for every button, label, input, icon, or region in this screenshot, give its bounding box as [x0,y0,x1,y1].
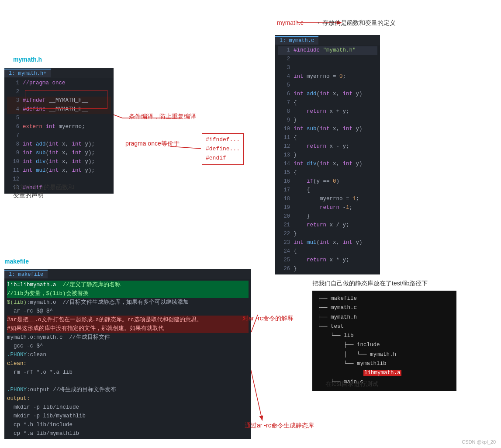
makefile-tab: 1: makefile [4,269,251,279]
mymath-h-panel: 1: mymath.h+ 1 //pragma once 2 3 #ifndef… [4,68,114,194]
ar-generate-annotation: 通过ar -rc命令生成静态库 [245,422,314,430]
watermark: CSDN @kpl_20 [462,439,496,445]
makefile-label: makefile [4,258,29,265]
header-annotation: 头文件存放的是函数和变量的声明 [13,184,74,199]
pragma-annotation: pragma once等价于 [125,140,180,148]
ar-explain-annotation: 对ar -rc命令的解释 [242,315,294,323]
mymath-h-label: mymath.h [13,56,42,63]
mymath-c-panel: 1: mymath.c 1 #include "mymath.h" 2 3 4 … [275,35,380,274]
mymath-c-tab: 1: mymath.c [275,35,380,45]
mymath-c-annotation: → 存放的是函数和变量的定义 [314,19,396,27]
makefile-panel: 1: makefile lib=libmymath.a //定义了静态库的名称 … [4,269,251,439]
mymath-c-label: mymath.c [277,19,304,26]
test-annotation: 在test目录进行测试 [325,380,378,388]
mymath-h-tab: 1: mymath.h+ [4,68,114,78]
ifndef-red-box [25,90,107,109]
file-tree-panel: ├── makefile ├── mymath.c ├── mymath.h └… [312,291,456,391]
ifndef-box: #ifndef... #define... #endif [202,133,244,165]
lib-path-annotation: 把我们自己做的静态库放在了test/lib路径下 [312,280,428,288]
cond-compile-annotation: 条件编译，防止重复编译 [129,113,196,121]
